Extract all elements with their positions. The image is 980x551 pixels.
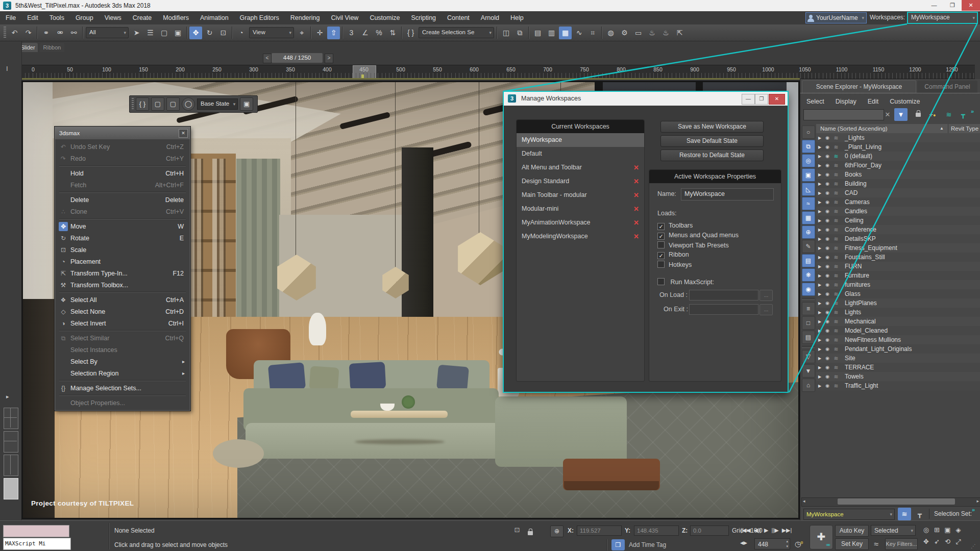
menu-help[interactable]: Help <box>505 11 529 24</box>
percent-snap-icon[interactable]: % <box>373 27 385 39</box>
auto-key-button[interactable]: Auto Key <box>835 525 869 537</box>
revit-type-column-header[interactable]: Revit Type <box>951 124 978 133</box>
quad-item-hold[interactable]: HoldCtrl+H <box>56 167 189 179</box>
display-helpers-filter-icon[interactable]: ◺ <box>802 183 815 196</box>
minimize-button[interactable]: — <box>742 94 755 105</box>
walk-through-icon[interactable]: ➶ <box>932 536 942 547</box>
run-maxscript-row[interactable]: Run MaxScript: <box>657 278 714 288</box>
visibility-eye-icon[interactable]: ◉ <box>823 255 831 260</box>
display-all-filter-icon[interactable]: ○ <box>802 126 815 139</box>
workspace-item-mymodelingworkspace[interactable]: MyModelingWorkspace✕ <box>517 230 644 243</box>
play-button[interactable]: ▶ <box>763 524 770 536</box>
run-maxscript-checkbox[interactable] <box>657 278 665 285</box>
expand-arrow-icon[interactable]: ▶ <box>816 283 823 287</box>
quad-item-placement[interactable]: ◔Placement <box>56 256 189 267</box>
quad-item-selection-region[interactable]: Selection Region▸ <box>56 367 189 379</box>
scene-layer-row-mechanical[interactable]: ▶◉≋Mechanical <box>816 317 980 326</box>
menu-group[interactable]: Group <box>70 11 99 24</box>
visibility-eye-icon[interactable]: ◉ <box>823 319 831 324</box>
quad-item-transform-toolbox[interactable]: ⚒Transform Toolbox... <box>56 279 189 291</box>
maximize-button[interactable]: ❐ <box>943 0 962 11</box>
scene-layer-row-6thfloor-day[interactable]: ▶◉≋6thFloor_Day <box>816 161 980 170</box>
column-headers[interactable]: Name (Sorted Ascending) ▲ Revit Type ▲ <box>816 124 980 134</box>
expand-arrow-icon[interactable]: ▶ <box>816 218 823 223</box>
close-button[interactable]: ✕ <box>769 94 785 105</box>
expand-arrow-icon[interactable]: ▶ <box>816 145 823 149</box>
display-xrefs-filter-icon[interactable]: ⊕ <box>802 226 815 239</box>
explorer-menu-edit[interactable]: Edit <box>868 98 879 105</box>
edit-named-selection-sets-icon[interactable]: { } <box>404 27 417 39</box>
menu-edit[interactable]: Edit <box>21 11 44 24</box>
delete-workspace-icon[interactable]: ✕ <box>633 216 639 230</box>
key-step-toggle-icon[interactable]: ◀▶ <box>740 540 747 545</box>
render-setup-icon[interactable]: ⚙ <box>618 27 631 39</box>
expand-arrow-icon[interactable]: ▶ <box>816 374 823 379</box>
expand-arrow-icon[interactable]: ▶ <box>816 237 823 241</box>
viewport-layout-tab-active[interactable] <box>4 478 18 499</box>
zoom-extents-icon[interactable]: ▣ <box>942 524 953 536</box>
toggle-scene-explorer-icon[interactable]: ▤ <box>531 27 544 39</box>
scene-layer-row-fountains-still[interactable]: ▶◉≋Fountains_Still <box>816 253 980 262</box>
toolbar-drag-handle[interactable] <box>4 27 6 39</box>
visibility-eye-icon[interactable]: ◉ <box>823 273 831 278</box>
default-tangent-icon[interactable]: ≈ <box>871 539 882 549</box>
orbit-icon[interactable]: ⟲ <box>942 536 953 547</box>
keyboard-shortcut-override-icon[interactable]: ⇧ <box>327 27 340 39</box>
visibility-eye-icon[interactable]: ◉ <box>823 144 831 149</box>
visibility-eye-icon[interactable]: ◉ <box>823 356 831 361</box>
spinner-snap-icon[interactable]: ⇅ <box>386 27 399 39</box>
on-load-field[interactable] <box>689 290 758 300</box>
visibility-eye-icon[interactable]: ◉ <box>823 236 831 241</box>
curve-editor-icon[interactable]: ∿ <box>573 27 585 39</box>
maxscript-mini-listener[interactable]: MAXScript Mi <box>3 538 71 550</box>
name-column-header[interactable]: Name (Sorted Ascending) <box>820 126 888 132</box>
select-by-name-icon[interactable]: ☰ <box>144 27 157 39</box>
visibility-eye-icon[interactable]: ◉ <box>823 337 831 342</box>
lock-icon[interactable] <box>912 108 925 121</box>
expand-arrow-icon[interactable]: ▶ <box>816 384 823 388</box>
overflow-chevron-icon[interactable]: » <box>972 507 975 513</box>
load-option-viewport-tab-presets[interactable]: Viewport Tab Presets <box>657 241 739 251</box>
quad-item-scale[interactable]: ⊡Scale <box>56 244 189 256</box>
visibility-eye-icon[interactable]: ◉ <box>823 154 831 159</box>
search-input[interactable] <box>803 109 884 120</box>
visibility-eye-icon[interactable]: ◉ <box>823 383 831 388</box>
scene-layer-row-candles[interactable]: ▶◉≋Candles <box>816 207 980 216</box>
state-frame2-icon[interactable]: ▢ <box>166 97 180 111</box>
horizontal-scrollbar[interactable]: ◂ ▸ <box>801 497 980 507</box>
workspace-item-design-standard[interactable]: Design Standard✕ <box>517 174 644 188</box>
add-keyframe-button[interactable]: ✚⚮ <box>810 525 833 549</box>
select-and-move-icon[interactable]: ✥ <box>189 27 202 39</box>
unlink-selection-icon[interactable]: ⚮ <box>54 27 66 39</box>
workspace-item-myanimationworkspace[interactable]: MyAnimationWorkspace✕ <box>517 216 644 230</box>
clear-search-icon[interactable]: ✕ <box>881 108 894 121</box>
go-to-end-button[interactable]: ▶▶| <box>780 524 794 536</box>
scene-layer-row-lights[interactable]: ▶◉≋_Lights <box>816 133 980 142</box>
expand-arrow-icon[interactable]: ▶ <box>816 292 823 296</box>
trackbar-mini-curve-icon[interactable]: I <box>6 65 8 72</box>
scene-layer-row-building[interactable]: ▶◉≋Building <box>816 179 980 188</box>
z-coordinate-field[interactable]: 0.0 <box>690 525 729 536</box>
filter-icon[interactable]: ▼ <box>802 364 815 378</box>
scene-layer-row-books[interactable]: ▶◉≋Books <box>816 170 980 179</box>
on-exit-field[interactable] <box>689 304 758 315</box>
expand-arrow-icon[interactable]: ▶ <box>816 365 823 370</box>
scroll-right-icon[interactable]: ▸ <box>976 498 979 504</box>
quad-item-move[interactable]: ✥MoveW <box>56 220 189 232</box>
pan-icon[interactable]: ✥ <box>921 536 932 547</box>
window-crossing-toggle-icon[interactable]: ▣ <box>172 27 184 39</box>
toggle-ribbon-icon[interactable]: ▦ <box>559 27 572 39</box>
load-option-toolbars[interactable]: ✓Toolbars <box>657 222 739 232</box>
previous-frame-arrow[interactable]: < <box>263 54 272 63</box>
selection-lock-icon[interactable] <box>528 528 533 537</box>
quad-item-select-none[interactable]: ◇Select NoneCtrl+D <box>56 306 189 317</box>
scene-layer-row-glass[interactable]: ▶◉≋Glass <box>816 289 980 298</box>
menu-create[interactable]: Create <box>127 11 158 24</box>
dialog-title-bar[interactable]: 3 Manage Workspaces — ❐ ✕ <box>504 92 788 106</box>
viewport-layout-tab-2[interactable] <box>4 431 18 453</box>
scrollbar-thumb[interactable] <box>838 498 955 505</box>
visibility-eye-icon[interactable]: ◉ <box>823 282 831 287</box>
menu-rendering[interactable]: Rendering <box>285 11 326 24</box>
workspaces-dropdown[interactable]: MyWorkspace ▾ <box>907 12 978 24</box>
render-production-icon[interactable]: ♨ <box>646 27 658 39</box>
